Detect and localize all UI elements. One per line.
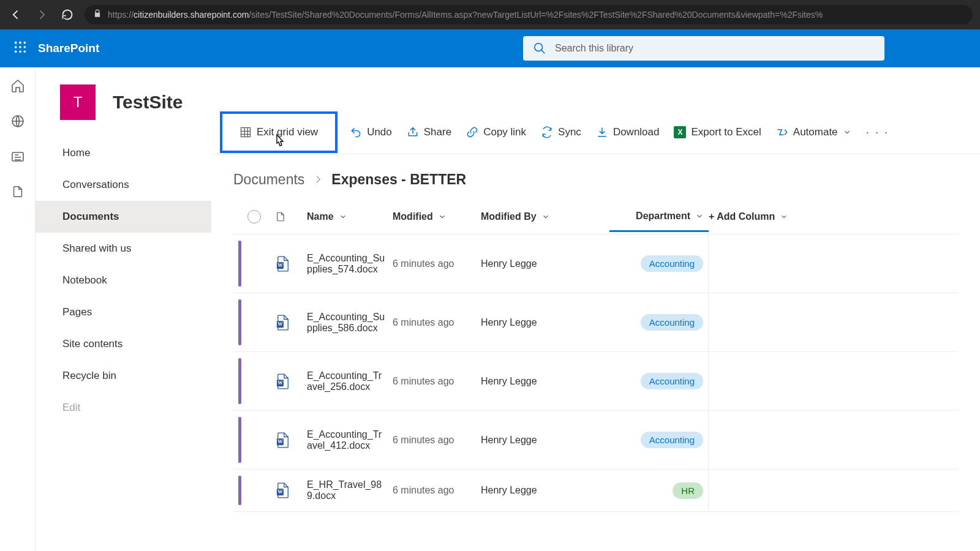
table-row[interactable]: WE_Accounting_Supplies_586.docx6 minutes… — [233, 293, 958, 351]
svg-rect-12 — [241, 127, 251, 137]
nav-notebook[interactable]: Notebook — [36, 264, 211, 296]
site-logo[interactable]: T — [60, 84, 96, 120]
flow-icon — [776, 126, 788, 138]
search-input[interactable] — [555, 43, 875, 54]
export-label: Export to Excel — [691, 126, 761, 138]
modified-date: 6 minutes ago — [393, 376, 481, 387]
breadcrumb-root[interactable]: Documents — [233, 171, 304, 188]
table-row[interactable]: WE_Accounting_Travel_256.docx6 minutes a… — [233, 351, 958, 410]
department-cell[interactable]: Accounting — [609, 411, 709, 469]
department-cell[interactable]: Accounting — [609, 234, 709, 293]
nav-shared[interactable]: Shared with us — [36, 233, 211, 264]
add-column-button[interactable]: + Add Column — [709, 211, 794, 222]
address-bar[interactable]: https://citizenbuilders.sharepoint.com/s… — [85, 5, 973, 24]
download-label: Download — [613, 126, 660, 138]
reload-button[interactable] — [59, 6, 76, 23]
column-modified-by[interactable]: Modified By — [481, 211, 609, 222]
table-row[interactable]: WE_Accounting_Supplies_574.docx6 minutes… — [233, 234, 958, 293]
file-type-icon: W — [233, 373, 307, 389]
file-type-icon: W — [233, 315, 307, 331]
column-modified[interactable]: Modified — [393, 211, 481, 222]
svg-text:W: W — [277, 490, 283, 495]
news-icon[interactable] — [10, 149, 25, 167]
nav-documents[interactable]: Documents — [36, 201, 211, 233]
download-button[interactable]: Download — [589, 121, 667, 143]
file-type-icon: W — [233, 256, 307, 272]
search-box[interactable] — [523, 36, 884, 61]
chevron-down-icon — [339, 212, 347, 221]
chevron-down-icon — [780, 212, 788, 221]
share-label: Share — [424, 126, 451, 138]
globe-icon[interactable] — [10, 114, 25, 131]
file-name[interactable]: E_Accounting_Supplies_574.docx — [307, 253, 393, 275]
sync-button[interactable]: Sync — [533, 121, 589, 143]
file-name[interactable]: E_HR_Travel_989.docx — [307, 479, 393, 501]
svg-point-1 — [19, 42, 21, 44]
chevron-down-icon — [695, 212, 704, 220]
type-column-icon[interactable] — [275, 210, 307, 223]
back-button[interactable] — [7, 6, 24, 23]
export-excel-button[interactable]: X Export to Excel — [666, 121, 768, 143]
column-department[interactable]: Department — [609, 211, 709, 222]
modified-by: Henry Legge — [481, 376, 609, 387]
file-name[interactable]: E_Accounting_Travel_256.docx — [307, 370, 393, 392]
nav-pages[interactable]: Pages — [36, 296, 211, 328]
undo-icon — [350, 126, 362, 138]
modified-date: 6 minutes ago — [393, 435, 481, 446]
table-row[interactable]: WE_HR_Travel_989.docx6 minutes agoHenry … — [233, 469, 958, 512]
department-pill: Accounting — [641, 314, 703, 331]
more-commands-button[interactable]: · · · — [859, 120, 897, 144]
modified-by: Henry Legge — [481, 485, 609, 496]
forward-button[interactable] — [33, 6, 50, 23]
app-rail — [0, 67, 36, 551]
svg-text:W: W — [277, 380, 283, 386]
svg-point-3 — [15, 46, 17, 48]
site-title[interactable]: TestSite — [113, 92, 183, 113]
svg-text:W: W — [277, 263, 283, 268]
suite-header: SharePoint — [0, 29, 980, 67]
svg-text:W: W — [277, 321, 283, 327]
home-icon[interactable] — [10, 78, 25, 96]
chevron-down-icon — [541, 212, 550, 221]
select-all[interactable] — [233, 210, 275, 223]
link-icon — [466, 126, 478, 138]
exit-grid-view-button[interactable]: Exit grid view — [220, 111, 337, 153]
breadcrumb: Documents Expenses - BETTER — [211, 154, 980, 203]
file-icon[interactable] — [11, 185, 24, 201]
svg-point-7 — [19, 51, 21, 53]
undo-button[interactable]: Undo — [342, 121, 399, 143]
site-header: T TestSite — [36, 67, 211, 132]
share-button[interactable]: Share — [399, 121, 459, 143]
nav-home[interactable]: Home — [36, 137, 211, 169]
nav-site-contents[interactable]: Site contents — [36, 328, 211, 360]
brand-label[interactable]: SharePoint — [38, 42, 99, 55]
table-row[interactable]: WE_Accounting_Travel_412.docx6 minutes a… — [233, 410, 958, 469]
chevron-right-icon — [313, 171, 323, 188]
nav-recycle-bin[interactable]: Recycle bin — [36, 360, 211, 392]
lock-icon — [93, 9, 102, 20]
nav-edit[interactable]: Edit — [36, 392, 211, 424]
file-name[interactable]: E_Accounting_Supplies_586.docx — [307, 312, 393, 334]
department-cell[interactable]: HR — [609, 470, 709, 511]
svg-point-8 — [24, 51, 26, 53]
file-name[interactable]: E_Accounting_Travel_412.docx — [307, 429, 393, 451]
copy-link-button[interactable]: Copy link — [459, 121, 533, 143]
breadcrumb-current: Expenses - BETTER — [331, 171, 466, 188]
department-cell[interactable]: Accounting — [609, 352, 709, 410]
automate-label: Automate — [793, 126, 838, 138]
file-type-icon: W — [233, 432, 307, 448]
automate-button[interactable]: Automate — [769, 121, 859, 143]
command-bar: Exit grid view Undo Share Copy link Sy — [211, 110, 980, 154]
svg-point-4 — [19, 46, 21, 48]
column-name[interactable]: Name — [307, 211, 393, 222]
excel-icon: X — [674, 126, 686, 138]
department-pill: Accounting — [641, 373, 703, 389]
copy-link-label: Copy link — [483, 126, 526, 138]
svg-point-5 — [24, 46, 26, 48]
svg-point-0 — [15, 42, 17, 44]
modified-by: Henry Legge — [481, 317, 609, 328]
department-cell[interactable]: Accounting — [609, 293, 709, 351]
nav-conversations[interactable]: Conversations — [36, 169, 211, 201]
chevron-down-icon — [843, 128, 851, 137]
app-launcher-icon[interactable] — [10, 37, 31, 60]
